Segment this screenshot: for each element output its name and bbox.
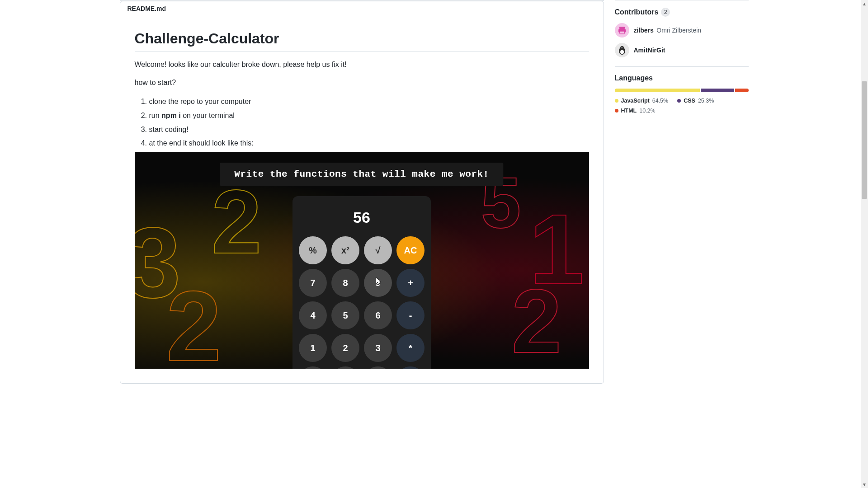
readme-container: README.md Challenge-Calculator Welcome! … xyxy=(120,1,604,384)
calculator-preview-image: 3 2 2 1 2 5 Write the functions that wil… xyxy=(135,152,589,369)
contributor-row[interactable]: zilbers Omri Zilberstein xyxy=(615,23,749,38)
lang-item-html[interactable]: HTML 10.2% xyxy=(615,108,656,114)
avatar xyxy=(615,23,629,38)
lang-dot-icon xyxy=(615,109,618,113)
readme-body: Challenge-Calculator Welcome! looks like… xyxy=(120,16,604,383)
lang-dot-icon xyxy=(677,99,681,103)
readme-title: Challenge-Calculator xyxy=(135,30,589,52)
lang-seg-html[interactable] xyxy=(735,89,749,92)
readme-filename[interactable]: README.md xyxy=(120,1,604,16)
calc-3-button[interactable]: 3 xyxy=(364,334,392,362)
calc-2-button[interactable]: 2 xyxy=(331,334,359,362)
scrollbar-track[interactable]: ▲ ▼ xyxy=(861,0,868,384)
calc-9-button[interactable]: 9 xyxy=(364,269,392,297)
calculator-widget: 56 % x² √ AC 7 8 9 + 4 5 6 xyxy=(292,196,431,369)
lang-seg-js[interactable] xyxy=(615,89,700,92)
lang-item-css[interactable]: CSS 25.3% xyxy=(677,98,714,104)
languages-section: Languages JavaScript 64.5% CSS 25.3% xyxy=(615,66,749,114)
contributors-count-badge: 2 xyxy=(661,8,670,17)
languages-heading: Languages xyxy=(615,74,749,82)
lang-seg-css[interactable] xyxy=(701,89,734,92)
printer-icon xyxy=(618,26,627,35)
lang-dot-icon xyxy=(615,99,618,103)
contributor-row[interactable]: AmitNirGit xyxy=(615,43,749,57)
penguin-icon xyxy=(617,45,627,55)
svg-point-6 xyxy=(621,47,622,48)
calculator-display: 56 xyxy=(299,202,425,236)
readme-howto: how to start? xyxy=(135,77,589,88)
calc-multiply-button[interactable]: * xyxy=(396,334,425,362)
lang-item-js[interactable]: JavaScript 64.5% xyxy=(615,98,669,104)
svg-point-4 xyxy=(620,50,624,54)
calc-partial-button-3[interactable] xyxy=(364,366,392,369)
contributor-username: AmitNirGit xyxy=(634,47,665,54)
calc-7-button[interactable]: 7 xyxy=(299,269,327,297)
svg-point-7 xyxy=(622,47,623,48)
step-4: at the end it should look like this: xyxy=(149,137,589,150)
calculator-banner: Write the functions that will make me wo… xyxy=(220,163,503,186)
calc-partial-button-4[interactable] xyxy=(396,366,425,369)
calc-sqrt-button[interactable]: √ xyxy=(364,236,392,264)
step-1: clone the repo to your computer xyxy=(149,95,589,108)
svg-rect-0 xyxy=(619,27,625,29)
calc-partial-button-2[interactable] xyxy=(331,366,359,369)
calc-partial-button-1[interactable] xyxy=(299,366,327,369)
contributors-heading[interactable]: Contributors 2 xyxy=(615,8,749,17)
repo-sidebar: Contributors 2 zilbers Omri Zilberstein xyxy=(615,0,749,384)
calc-ac-button[interactable]: AC xyxy=(396,236,425,264)
calc-square-button[interactable]: x² xyxy=(331,236,359,264)
calc-minus-button[interactable]: - xyxy=(396,301,425,329)
calc-4-button[interactable]: 4 xyxy=(299,301,327,329)
calc-1-button[interactable]: 1 xyxy=(299,334,327,362)
languages-list: JavaScript 64.5% CSS 25.3% HTML 10.2% xyxy=(615,98,749,114)
readme-intro: Welcome! looks like our calculter broke … xyxy=(135,59,589,70)
readme-steps: clone the repo to your computer run npm … xyxy=(135,95,589,150)
step-3: start coding! xyxy=(149,123,589,136)
step-2: run npm i on your terminal xyxy=(149,109,589,122)
calc-8-button[interactable]: 8 xyxy=(331,269,359,297)
contributors-section: Contributors 2 zilbers Omri Zilberstein xyxy=(615,0,749,57)
scrollbar-thumb[interactable] xyxy=(862,81,867,199)
contributor-realname: Omri Zilberstein xyxy=(656,27,701,34)
calc-percent-button[interactable]: % xyxy=(299,236,327,264)
calc-5-button[interactable]: 5 xyxy=(331,301,359,329)
avatar xyxy=(615,43,629,57)
calculator-keypad: % x² √ AC 7 8 9 + 4 5 6 - 1 xyxy=(299,236,425,369)
scroll-up-arrow-icon[interactable]: ▲ xyxy=(861,0,868,7)
calc-plus-button[interactable]: + xyxy=(396,269,425,297)
calc-6-button[interactable]: 6 xyxy=(364,301,392,329)
svg-rect-2 xyxy=(620,31,624,34)
languages-bar xyxy=(615,89,749,92)
contributor-username: zilbers xyxy=(634,27,654,34)
